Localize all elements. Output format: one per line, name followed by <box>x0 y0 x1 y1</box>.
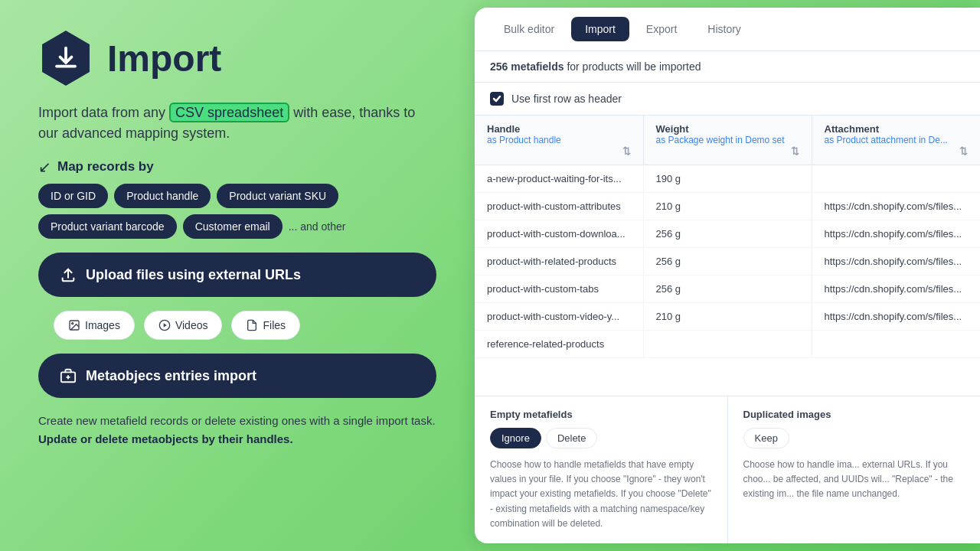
empty-metafields-buttons: Ignore Delete <box>490 428 712 448</box>
images-icon <box>68 319 80 331</box>
csv-highlight: CSV spreadsheet <box>169 103 289 122</box>
table-container[interactable]: Handle as Product handle ⇅ Weight as Pac… <box>475 116 980 396</box>
duplicated-images-desc: Choose how to handle ima... external URL… <box>743 458 965 502</box>
upload-files-button[interactable]: Upload files using external URLs <box>38 253 436 297</box>
info-bar: 256 metafields for products will be impo… <box>475 51 980 83</box>
tag-variant-sku[interactable]: Product variant SKU <box>217 184 338 208</box>
cell-handle: product-with-related-products <box>475 248 643 276</box>
keep-buttons: Keep <box>743 428 965 448</box>
bottom-section: Empty metafields Ignore Delete Choose ho… <box>475 396 980 543</box>
videos-button[interactable]: Videos <box>144 311 223 340</box>
cell-handle: product-with-custom-tabs <box>475 276 643 303</box>
cell-attachment: https://cdn.shopify.com/s/files... <box>812 220 980 248</box>
keep-button[interactable]: Keep <box>743 428 789 448</box>
col-attachment[interactable]: Attachment as Product attachment in De..… <box>812 116 980 165</box>
cell-weight: 256 g <box>643 248 812 276</box>
cell-weight: 190 g <box>643 165 812 193</box>
right-panel: Bulk editor Import Export History 256 me… <box>475 8 980 543</box>
table-row: reference-related-products <box>475 331 980 358</box>
duplicated-images-section: Duplicated images Keep Choose how to han… <box>728 396 981 543</box>
tabs-bar: Bulk editor Import Export History <box>475 8 980 51</box>
metaobjects-button[interactable]: Metaobjecs entries import <box>38 354 436 398</box>
import-icon <box>38 31 93 86</box>
cell-attachment: https://cdn.shopify.com/s/files... <box>812 276 980 303</box>
sort-icon-handle: ⇅ <box>622 145 631 157</box>
upload-icon <box>60 266 77 283</box>
table-body: a-new-product-waiting-for-its...190 gpro… <box>475 165 980 358</box>
header-section: Import <box>38 31 436 86</box>
table-row: a-new-product-waiting-for-its...190 g <box>475 165 980 193</box>
page-title: Import <box>107 37 221 80</box>
files-button[interactable]: Files <box>231 311 300 340</box>
svg-marker-5 <box>164 323 167 327</box>
sort-icon-attachment: ⇅ <box>959 145 968 157</box>
files-icon <box>246 319 258 331</box>
cell-attachment: https://cdn.shopify.com/s/files... <box>812 303 980 331</box>
col-handle[interactable]: Handle as Product handle ⇅ <box>475 116 643 165</box>
bottom-text: Create new metafield records or delete e… <box>38 412 436 448</box>
tag-customer-email[interactable]: Customer email <box>183 214 283 239</box>
cell-weight: 256 g <box>643 220 812 248</box>
table-row: product-with-custom-tabs256 ghttps://cdn… <box>475 276 980 303</box>
cell-handle: product-with-custom-attributes <box>475 193 643 220</box>
map-label: Map records by <box>57 159 154 174</box>
left-panel: Import Import data from any CSV spreadsh… <box>0 0 475 551</box>
videos-icon <box>158 319 171 331</box>
data-table: Handle as Product handle ⇅ Weight as Pac… <box>475 116 980 358</box>
use-first-row-checkbox[interactable] <box>490 92 504 106</box>
delete-button[interactable]: Delete <box>546 428 598 448</box>
svg-point-3 <box>72 323 74 324</box>
empty-metafields-section: Empty metafields Ignore Delete Choose ho… <box>475 396 728 543</box>
table-row: product-with-custom-downloa...256 ghttps… <box>475 220 980 248</box>
table-header-row: Handle as Product handle ⇅ Weight as Pac… <box>475 116 980 165</box>
table-row: product-with-custom-attributes210 ghttps… <box>475 193 980 220</box>
cell-attachment <box>812 331 980 358</box>
checkmark-icon <box>492 94 501 103</box>
map-label-row: ↙ Map records by <box>38 158 436 176</box>
checkbox-row: Use first row as header <box>475 83 980 116</box>
sort-icon-weight: ⇅ <box>791 145 799 157</box>
metaobjects-icon <box>60 367 77 384</box>
col-weight[interactable]: Weight as Package weight in Demo set ⇅ <box>643 116 812 165</box>
tag-id-gid[interactable]: ID or GID <box>38 184 108 208</box>
map-arrow-icon: ↙ <box>38 158 51 176</box>
tab-import[interactable]: Import <box>571 17 629 41</box>
cell-attachment: https://cdn.shopify.com/s/files... <box>812 248 980 276</box>
cell-handle: a-new-product-waiting-for-its... <box>475 165 643 193</box>
ignore-button[interactable]: Ignore <box>490 428 541 448</box>
cell-handle: product-with-custom-downloa... <box>475 220 643 248</box>
tags-container: ID or GID Product handle Product variant… <box>38 184 436 239</box>
tab-bulk-editor[interactable]: Bulk editor <box>490 17 568 41</box>
tab-export[interactable]: Export <box>632 17 691 41</box>
empty-metafields-desc: Choose how to handle metafields that hav… <box>490 458 712 531</box>
map-section: ↙ Map records by ID or GID Product handl… <box>38 158 436 239</box>
tag-product-handle[interactable]: Product handle <box>114 184 211 208</box>
tab-history[interactable]: History <box>694 17 755 41</box>
cell-handle: product-with-custom-video-y... <box>475 303 643 331</box>
duplicated-images-title: Duplicated images <box>743 409 965 420</box>
cell-attachment <box>812 165 980 193</box>
cell-weight: 210 g <box>643 303 812 331</box>
and-other-text: ... and other <box>289 214 346 239</box>
cell-weight: 210 g <box>643 193 812 220</box>
cell-weight: 256 g <box>643 276 812 303</box>
table-row: product-with-custom-video-y...210 ghttps… <box>475 303 980 331</box>
cell-weight <box>643 331 812 358</box>
checkbox-label: Use first row as header <box>511 93 622 105</box>
cell-attachment: https://cdn.shopify.com/s/files... <box>812 193 980 220</box>
intro-text: Import data from any CSV spreadsheet wit… <box>38 103 436 144</box>
images-button[interactable]: Images <box>54 311 135 340</box>
empty-metafields-title: Empty metafields <box>490 409 712 420</box>
tag-variant-barcode[interactable]: Product variant barcode <box>38 214 177 239</box>
table-row: product-with-related-products256 ghttps:… <box>475 248 980 276</box>
cell-handle: reference-related-products <box>475 331 643 358</box>
sub-buttons: Images Videos Files <box>38 311 436 340</box>
